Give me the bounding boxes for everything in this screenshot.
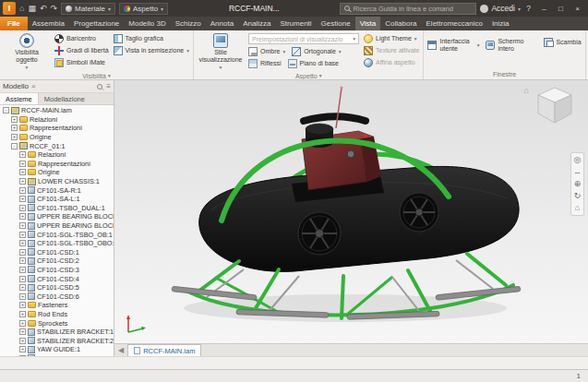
tree-item-label[interactable]: CF101-CSD:3	[37, 266, 79, 274]
textures-on-button[interactable]: Texture attivate	[364, 45, 419, 55]
tree-item[interactable]: +CF101-SA-R:1	[0, 185, 114, 195]
tree-item-label[interactable]: CF101-SGL-TSBO_OBO:1	[37, 239, 114, 247]
tab-scroll-left-icon[interactable]: ◀	[116, 346, 126, 354]
tree-item[interactable]: +UPPER BEARING BLOCK:2	[0, 221, 114, 231]
tree-item[interactable]: +CF101-CSD:5	[0, 283, 114, 292]
tree-item[interactable]: +CF101-CSD:6	[0, 292, 114, 301]
tree-item-label[interactable]: CF101-SA-R:1	[37, 186, 81, 195]
tree-item[interactable]: -RCCF-MAIN.iam	[0, 106, 114, 115]
browser-menu-icon[interactable]: ≡	[106, 82, 111, 90]
expand-icon[interactable]: +	[19, 213, 26, 220]
ground-plane-button[interactable]: Piano di base	[288, 58, 339, 68]
collapse-icon[interactable]: -	[11, 143, 18, 149]
tree-item[interactable]: +Rod Ends	[0, 310, 114, 319]
tree-item-label[interactable]: STABILIZER BRACKET:2	[37, 337, 114, 345]
graphics-slice-button[interactable]: Taglio grafica	[114, 33, 189, 43]
expand-icon[interactable]: +	[19, 151, 26, 158]
help-button[interactable]: ?	[524, 4, 533, 13]
tree-item-label[interactable]: CF101-SGL-TSBO_OB:1	[37, 231, 113, 239]
orbit-icon[interactable]: ↻	[574, 191, 582, 201]
tree-item-label[interactable]: CF101-CSD:1	[37, 248, 79, 257]
tree-item-label[interactable]: Origine	[30, 133, 52, 141]
expand-icon[interactable]: +	[19, 205, 26, 211]
ribbon-tab-annota[interactable]: Annota	[206, 17, 238, 30]
panel-label-windows[interactable]: Finestre	[424, 68, 584, 79]
tree-item[interactable]: +Rappresentazioni	[0, 160, 114, 169]
inventor-logo-icon[interactable]: I	[3, 2, 16, 15]
tree-item[interactable]: +CF101-CSD:4	[0, 274, 114, 283]
tree-item[interactable]: +LOWER CHASSIS:1	[0, 177, 114, 186]
tree-item-label[interactable]: Sprockets	[38, 319, 67, 328]
expand-icon[interactable]: +	[19, 196, 26, 202]
ribbon-tab-inizia[interactable]: Inizia	[487, 17, 514, 30]
switch-windows-button[interactable]: Scambia	[544, 32, 581, 47]
tree-item-label[interactable]: UPPER BEARING BLOCK:2	[37, 221, 114, 230]
undo-icon[interactable]: ↶	[40, 4, 47, 13]
material-combo[interactable]: Materiale ▾	[61, 3, 115, 15]
tree-item[interactable]: -RCCF_01:1	[0, 141, 114, 150]
minimize-button[interactable]: –	[536, 2, 552, 15]
tree-item[interactable]: +STABILIZER BRACKET:2	[0, 336, 114, 345]
expand-icon[interactable]: +	[11, 125, 18, 131]
visual-style-button[interactable]: Stile visualizzazione ▾	[198, 32, 244, 70]
expand-icon[interactable]: +	[19, 249, 26, 256]
panel-label-visibility[interactable]: Visibilità ▾	[0, 72, 193, 79]
close-button[interactable]: ×	[570, 2, 585, 15]
full-screen-button[interactable]: Schermo intero	[486, 32, 537, 52]
tree-item[interactable]: +UPPER BEARING BLOCK:1	[0, 212, 114, 221]
expand-icon[interactable]: +	[19, 276, 26, 282]
graphics-window[interactable]: ⌂ ◎↔⊕↻⌂	[114, 80, 588, 343]
expand-icon[interactable]: +	[19, 293, 26, 300]
tree-item[interactable]: +STABILIZER BRACKET:1	[0, 328, 114, 337]
tree-item-label[interactable]: Rappresentazioni	[30, 124, 82, 132]
expand-icon[interactable]: +	[19, 311, 26, 317]
tree-item[interactable]: +CF101-TSBO_DUAL:1	[0, 204, 114, 213]
tree-item[interactable]: +Origine	[0, 133, 114, 142]
imate-glyphs-button[interactable]: Simboli iMate	[54, 57, 109, 67]
tree-item[interactable]: +Origine	[0, 168, 114, 177]
expand-icon[interactable]: +	[19, 240, 26, 246]
tree-item[interactable]: +CF101-SGL-TSBO_OB:1	[0, 230, 114, 239]
expand-icon[interactable]: +	[19, 267, 26, 273]
document-tab[interactable]: RCCF-MAIN.iam	[127, 344, 201, 356]
expand-icon[interactable]: +	[19, 320, 26, 327]
ribbon-tab-elettromeccanico[interactable]: Elettromeccanico	[422, 17, 487, 30]
half-section-view-button[interactable]: Vista in semisezione ▾	[114, 45, 189, 55]
ribbon-tab-vista[interactable]: Vista	[355, 17, 381, 30]
tree-item-label[interactable]: RCCF_01:1	[30, 142, 66, 150]
full-navigation-wheel-icon[interactable]: ◎	[574, 155, 582, 165]
tree-item[interactable]: +Fasteners	[0, 301, 114, 310]
tree-item-label[interactable]: Origine	[38, 168, 60, 176]
ribbon-tab-assembla[interactable]: Assembla	[28, 17, 69, 30]
expand-icon[interactable]: +	[19, 187, 26, 194]
user-interface-button[interactable]: Interfaccia utente ▾	[427, 32, 479, 52]
expand-icon[interactable]: +	[19, 346, 26, 352]
shadows-button[interactable]: Ombre ▾	[248, 46, 285, 56]
tab-modeling[interactable]: Modellazione	[39, 93, 90, 104]
tree-item-label[interactable]: UPPER BEARING BLOCK:1	[37, 212, 114, 221]
tree-item-label[interactable]: Relazioni	[38, 150, 66, 159]
tree-item-label[interactable]: Fasteners	[38, 301, 67, 309]
tree-item-label[interactable]: CF101-TSBO_DUAL:1	[37, 204, 105, 212]
tree-item-label[interactable]: Rappresentazioni	[38, 160, 90, 168]
tree-item[interactable]: +CF101-CSD:3	[0, 266, 114, 275]
tree-item-label[interactable]: CF101-CSD:6	[37, 292, 79, 301]
tree-item[interactable]: +CF101-SGL-TSBO_OBO:1	[0, 239, 114, 248]
light-theme-button[interactable]: Light Theme ▾	[364, 33, 419, 43]
ribbon-tab-file[interactable]: File	[0, 17, 28, 30]
ribbon-tab-gestione[interactable]: Gestione	[317, 17, 355, 30]
expand-icon[interactable]: +	[19, 232, 26, 238]
redo-icon[interactable]: ↷	[51, 4, 58, 13]
tree-item[interactable]: +Sprockets	[0, 318, 114, 328]
expand-icon[interactable]: +	[19, 222, 26, 229]
ribbon-tab-progettazione[interactable]: Progettazione	[69, 17, 124, 30]
expand-icon[interactable]: +	[19, 257, 26, 264]
center-of-gravity-button[interactable]: Baricentro	[54, 33, 109, 43]
tree-item[interactable]: +Rappresentazioni	[0, 124, 114, 133]
panel-label-appearance[interactable]: Aspetto ▾	[194, 72, 423, 79]
refine-appearance-button[interactable]: Affina aspetto	[364, 57, 419, 67]
orthographic-button[interactable]: Ortogonale ▾	[292, 46, 341, 56]
tree-item[interactable]: +Relazioni	[0, 150, 114, 160]
browser-close-icon[interactable]: ×	[31, 82, 36, 90]
ribbon-tab-modello-3d[interactable]: Modello 3D	[124, 17, 170, 30]
